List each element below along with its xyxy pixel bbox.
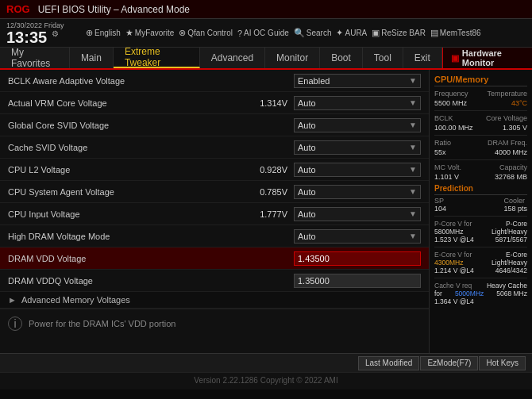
expand-arrow-icon: ► xyxy=(8,295,17,305)
dropdown-value-7: Auto xyxy=(298,232,316,241)
time-text: 13:35 xyxy=(6,29,47,46)
volt-row-global-svid: Global Core SVID Voltage Auto ▼ xyxy=(0,114,429,136)
volt-dropdown-4[interactable]: Auto ▼ xyxy=(294,163,421,177)
pred-row-ecore: E-Core V for E-Core 4300MHz Light/Heavy … xyxy=(434,251,527,274)
hw-temp-value: 43°C xyxy=(511,99,527,107)
memtest-btn[interactable]: ▤ MemTest86 xyxy=(430,28,481,38)
left-content: BCLK Aware Adaptive Voltage Enabled ▼ Ac… xyxy=(0,70,429,353)
volt-value-6: 1.777V xyxy=(244,209,287,219)
qfan-label: Qfan Control xyxy=(187,29,233,37)
language-icon: ⊕ xyxy=(86,28,93,38)
pred-row-pcore: P-Core V for P-Core 5800MHz Light/Heavy … xyxy=(434,220,527,244)
hw-sp-value: 104 xyxy=(434,205,446,213)
prediction-title: Prediction xyxy=(434,184,527,195)
hw-capacity-value: 32768 MB xyxy=(495,173,527,181)
volt-dropdown-3[interactable]: Auto ▼ xyxy=(294,140,421,155)
dram-vdd-value: 1.43500 xyxy=(298,254,330,263)
hw-bclk-corevolt-values: 100.00 MHz 1.305 V xyxy=(434,124,527,132)
volt-row-high-dram: High DRAM Voltage Mode Auto ▼ xyxy=(0,225,429,247)
hw-divider-2 xyxy=(434,135,527,136)
myfavorite-btn[interactable]: ★ MyFavorite xyxy=(125,28,174,38)
hot-keys-btn[interactable]: Hot Keys xyxy=(479,356,526,370)
pred-ecore-for-label: E-Core V for xyxy=(434,251,472,259)
last-modified-btn[interactable]: Last Modified xyxy=(358,356,419,370)
volt-label-7: High DRAM Voltage Mode xyxy=(8,232,294,241)
pred-ecore-speeds: 4646/4342 xyxy=(495,267,527,274)
hw-temp-label: Temperature xyxy=(487,90,527,98)
aura-btn[interactable]: ✦ AURA xyxy=(336,28,367,38)
pred-cache-mhz2: 5068 MHz xyxy=(496,290,527,297)
advanced-memory-section[interactable]: ► Advanced Memory Voltages xyxy=(0,292,429,309)
chevron-down-icon-4: ▼ xyxy=(409,165,417,174)
dropdown-value-0: Enabled xyxy=(298,76,330,86)
hw-divider-4 xyxy=(434,216,527,217)
volt-input-dram-vdd[interactable]: 1.43500 xyxy=(294,251,421,266)
rog-logo: ROG xyxy=(6,3,30,15)
hw-divider-1 xyxy=(434,110,527,111)
version-bar: Version 2.22.1286 Copyright © 2022 AMI xyxy=(0,372,532,389)
ai-oc-label: AI OC Guide xyxy=(244,29,289,37)
volt-label-3: Cache SVID Voltage xyxy=(8,143,294,152)
chevron-down-icon-3: ▼ xyxy=(409,143,417,152)
volt-label-8: DRAM VDD Voltage xyxy=(8,254,294,263)
nav-exit[interactable]: Exit xyxy=(403,48,442,68)
hw-mcvolt-label: MC Volt. xyxy=(434,163,461,171)
pred-pcore-speeds: 5871/5567 xyxy=(495,236,527,244)
dropdown-value-5: Auto xyxy=(298,187,316,197)
nav-my-favorites[interactable]: My Favorites xyxy=(0,48,70,68)
nav-boot[interactable]: Boot xyxy=(320,48,363,68)
settings-icon[interactable]: ⚙ xyxy=(52,29,59,38)
nav-monitor[interactable]: Monitor xyxy=(265,48,320,68)
nav-advanced[interactable]: Advanced xyxy=(200,48,265,68)
hw-bclk-label: BCLK xyxy=(434,114,453,122)
time-display: 13:35 ⚙ xyxy=(6,29,78,45)
nav-extreme-tweaker[interactable]: Extreme Tweaker xyxy=(114,48,200,68)
ai-oc-btn[interactable]: ? AI OC Guide xyxy=(237,29,289,38)
volt-dropdown-6[interactable]: Auto ▼ xyxy=(294,207,421,221)
pred-cache-label: Heavy Cache xyxy=(487,282,527,290)
info-icon: i xyxy=(8,317,22,331)
memtest-label: MemTest86 xyxy=(440,29,481,37)
nav-main[interactable]: Main xyxy=(70,48,114,68)
pred-ecore-mode: Light/Heavy xyxy=(492,259,527,267)
aura-label: AURA xyxy=(345,29,367,37)
dram-vddq-value: 1.35000 xyxy=(298,276,330,286)
qfan-btn[interactable]: ⊗ Qfan Control xyxy=(179,28,233,38)
pred-cache-for-label: Cache V req xyxy=(434,282,472,290)
hw-monitor-label: Hardware Monitor xyxy=(462,48,524,67)
search-icon: 🔍 xyxy=(294,28,305,38)
volt-dropdown-2[interactable]: Auto ▼ xyxy=(294,118,421,132)
hw-dramfreq-value: 4000 MHz xyxy=(495,148,527,156)
chevron-down-icon-7: ▼ xyxy=(409,232,417,240)
hw-mcvolt-value: 1.101 V xyxy=(434,173,459,181)
volt-row-dram-vddq: DRAM VDDQ Voltage 1.35000 xyxy=(0,270,429,292)
volt-dropdown-0[interactable]: Enabled ▼ xyxy=(294,74,421,88)
volt-input-dram-vddq[interactable]: 1.35000 xyxy=(294,274,421,288)
resize-bar-btn[interactable]: ▣ ReSize BAR xyxy=(372,28,426,38)
favorite-icon: ★ xyxy=(125,28,133,38)
chevron-down-icon-0: ▼ xyxy=(409,76,417,85)
nav-tool[interactable]: Tool xyxy=(363,48,403,68)
search-btn[interactable]: 🔍 Search xyxy=(294,28,332,38)
volt-dropdown-5[interactable]: Auto ▼ xyxy=(294,185,421,199)
ez-mode-btn[interactable]: EzMode(F7) xyxy=(420,356,478,370)
dropdown-value-4: Auto xyxy=(298,165,316,175)
volt-value-1: 1.314V xyxy=(244,98,287,108)
hw-monitor-nav: ▣ Hardware Monitor xyxy=(442,48,532,68)
volt-label-2: Global Core SVID Voltage xyxy=(8,121,294,130)
volt-dropdown-7[interactable]: Auto ▼ xyxy=(294,229,421,244)
memtest-icon: ▤ xyxy=(430,28,438,38)
info-icons: ⊕ English ★ MyFavorite ⊗ Qfan Control ? … xyxy=(86,28,526,38)
main-layout: BCLK Aware Adaptive Voltage Enabled ▼ Ac… xyxy=(0,70,532,353)
language-select[interactable]: ⊕ English xyxy=(86,28,121,38)
hw-cooler-value: 158 pts xyxy=(503,205,527,213)
pred-row-cache: Cache V req Heavy Cache for 5000MHz 5068… xyxy=(434,282,527,305)
chevron-down-icon-2: ▼ xyxy=(409,121,417,129)
volt-row-vrm-core: Actual VRM Core Voltage 1.314V Auto ▼ xyxy=(0,92,429,114)
volt-dropdown-1[interactable]: Auto ▼ xyxy=(294,96,421,110)
resize-icon: ▣ xyxy=(372,28,380,38)
advanced-memory-label: Advanced Memory Voltages xyxy=(21,295,130,305)
ai-icon: ? xyxy=(237,29,242,38)
hw-divider-5 xyxy=(434,247,527,247)
volt-row-cpu-l2: CPU L2 Voltage 0.928V Auto ▼ xyxy=(0,159,429,181)
